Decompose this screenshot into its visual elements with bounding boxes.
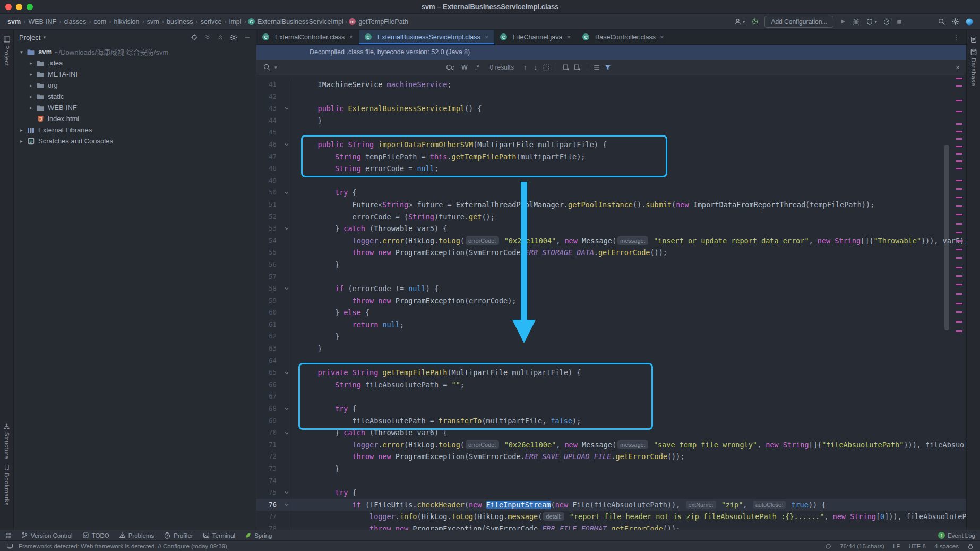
tool-button-terminal[interactable]: Terminal (203, 532, 235, 539)
hide-panel-icon[interactable] (244, 34, 251, 40)
tree-item--idea[interactable]: ▸.idea (14, 57, 256, 69)
breadcrumb-class-item[interactable]: CExternalBusinessServiceImpl (248, 18, 343, 26)
code-line-62[interactable]: 62 } (256, 330, 966, 343)
minimize-window-button[interactable] (16, 4, 22, 10)
tree-item-svm[interactable]: ▾svm ~/Downloads/海康威视 综合安防/svm (14, 46, 256, 57)
code-line-66[interactable]: 66 String fileAbsuolutePath = ""; (256, 379, 966, 391)
code-line-47[interactable]: 47 String tempFilePath = this.getTempFil… (256, 151, 966, 163)
tab-options-kebab-icon[interactable]: ⋮ (946, 30, 966, 44)
tool-window-switcher-icon[interactable] (5, 532, 12, 539)
caret-position[interactable]: 76:44 (15 chars) (840, 543, 884, 549)
code-line-63[interactable]: 63 } (256, 343, 966, 355)
editor-tab-filechannel-java[interactable]: CFileChannel.java× (494, 30, 577, 44)
lock-icon[interactable] (967, 543, 974, 549)
breadcrumb-item-business[interactable]: business (166, 18, 194, 26)
search-history-caret[interactable]: ▾ (274, 65, 277, 70)
expand-all-icon[interactable] (204, 34, 211, 40)
code-line-52[interactable]: 52 errorCode = (String)future.get(); (256, 211, 966, 223)
tree-item-static[interactable]: ▸static (14, 91, 256, 102)
code-line-51[interactable]: 51 Future<String> future = ExternalThrea… (256, 199, 966, 211)
tree-item-org[interactable]: ▸org (14, 80, 256, 91)
code-line-74[interactable]: 74 (256, 475, 966, 487)
add-next-occurrence-icon[interactable] (573, 64, 581, 71)
fold-marker-icon[interactable] (281, 499, 293, 511)
fold-marker-icon[interactable] (281, 403, 293, 415)
code-line-70[interactable]: 70 } catch (Throwable var6) { (256, 427, 966, 439)
breadcrumb-item-hikvision[interactable]: hikvision (113, 18, 141, 26)
find-input[interactable] (281, 62, 440, 73)
tree-chevron-icon[interactable]: ▸ (27, 60, 36, 66)
code-line-65[interactable]: 65 private String getTempFilePath(Multip… (256, 367, 966, 379)
fold-marker-icon[interactable] (281, 283, 293, 295)
close-tab-icon[interactable]: × (566, 33, 571, 41)
select-all-occurrences-icon[interactable] (543, 64, 550, 71)
code-line-61[interactable]: 61 return null; (256, 319, 966, 331)
code-line-56[interactable]: 56 } (256, 259, 966, 271)
code-line-57[interactable]: 57 (256, 271, 966, 283)
editor-tab-basecontroller-class[interactable]: CBaseController.class× (577, 30, 670, 44)
notifications-button[interactable] (970, 33, 977, 46)
tool-button-version-control[interactable]: Version Control (21, 532, 73, 539)
code-line-60[interactable]: 60 } else { (256, 307, 966, 319)
add-configuration-button[interactable]: Add Configuration... (764, 16, 833, 28)
search-everywhere-button[interactable] (938, 18, 945, 26)
fold-marker-icon[interactable] (281, 103, 293, 115)
code-line-77[interactable]: 77 logger.info(HikLog.toLog(HikLog.messa… (256, 511, 966, 523)
editor-tab-externalbusinessserviceimpl-class[interactable]: CExternalBusinessServiceImpl.class× (359, 30, 494, 44)
fold-marker-icon[interactable] (281, 139, 293, 151)
find-previous-button[interactable]: ↑ (522, 63, 529, 71)
tool-button-spring[interactable]: Spring (245, 532, 272, 539)
code-line-64[interactable]: 64 (256, 355, 966, 367)
code-line-76[interactable]: 76 if (!FileUtils.checkHeader(new FileIn… (256, 499, 966, 511)
code-line-46[interactable]: 46 public String importDataFromOtherSVM(… (256, 139, 966, 151)
tool-window-button-database[interactable]: Database (970, 46, 977, 89)
code-line-69[interactable]: 69 fileAbsuolutePath = transferTo(multip… (256, 415, 966, 427)
close-window-button[interactable] (5, 4, 12, 10)
code-line-55[interactable]: 55 throw new ProgramException(SvmErrorCo… (256, 247, 966, 259)
code-line-43[interactable]: 43 public ExternalBusinessServiceImpl() … (256, 103, 966, 115)
code-line-72[interactable]: 72 throw new ProgramException(SvmErrorCo… (256, 451, 966, 463)
find-toggle-W[interactable]: W (459, 63, 470, 72)
breadcrumb-item-classes[interactable]: classes (63, 18, 88, 26)
search-filter-icon[interactable] (604, 64, 612, 71)
tool-window-button-project[interactable]: Project (3, 33, 11, 69)
multiline-search-icon[interactable] (593, 64, 600, 71)
code-line-48[interactable]: 48 String errorCode = null; (256, 163, 966, 175)
coverage-button[interactable]: ▾ (866, 18, 877, 26)
code-line-78[interactable]: 78 throw new ProgramException(SvmErrorCo… (256, 523, 966, 530)
tree-chevron-icon[interactable]: ▸ (17, 138, 26, 144)
breadcrumb-item-com[interactable]: com (93, 18, 108, 26)
line-separator[interactable]: LF (893, 543, 900, 549)
tree-chevron-icon[interactable]: ▸ (27, 71, 36, 77)
fold-marker-icon[interactable] (281, 187, 293, 199)
panel-settings-gear-icon[interactable] (230, 33, 238, 41)
status-widget-icon[interactable] (825, 543, 831, 549)
tree-item-meta-inf[interactable]: ▸META-INF (14, 69, 256, 80)
zoom-window-button[interactable] (27, 4, 33, 10)
event-log-button[interactable]: 1 Event Log (938, 532, 975, 539)
close-tab-icon[interactable]: × (660, 33, 664, 41)
code-line-49[interactable]: 49 (256, 175, 966, 187)
breadcrumb-item-serivce[interactable]: serivce (200, 18, 223, 26)
code-line-59[interactable]: 59 throw new ProgramException(errorCode)… (256, 295, 966, 307)
debug-button[interactable] (852, 18, 860, 26)
locate-file-icon[interactable] (191, 33, 198, 41)
breadcrumb-item-svm[interactable]: svm (6, 18, 22, 26)
find-magnifier-icon[interactable] (263, 63, 271, 71)
code-line-67[interactable]: 67 (256, 391, 966, 403)
project-view-dropdown[interactable]: ▾ (43, 35, 46, 40)
tool-window-button-bookmarks[interactable]: Bookmarks (4, 462, 10, 508)
tree-chevron-icon[interactable]: ▸ (17, 127, 26, 133)
find-next-button[interactable]: ↓ (532, 63, 539, 71)
code-line-71[interactable]: 71 logger.error(HikLog.toLog(errorCode: … (256, 439, 966, 451)
collapse-all-icon[interactable] (217, 34, 223, 40)
code-line-58[interactable]: 58 if (errorCode != null) { (256, 283, 966, 295)
tool-button-profiler[interactable]: Profiler (164, 532, 193, 539)
tree-item-index-html[interactable]: index.html (14, 113, 256, 124)
code-line-42[interactable]: 42 (256, 91, 966, 103)
user-profile-button[interactable]: ▾ (734, 18, 745, 26)
breadcrumb-item-svm[interactable]: svm (146, 18, 160, 26)
code-line-75[interactable]: 75 try { (256, 487, 966, 499)
code-line-73[interactable]: 73 } (256, 463, 966, 475)
fold-marker-icon[interactable] (281, 367, 293, 379)
